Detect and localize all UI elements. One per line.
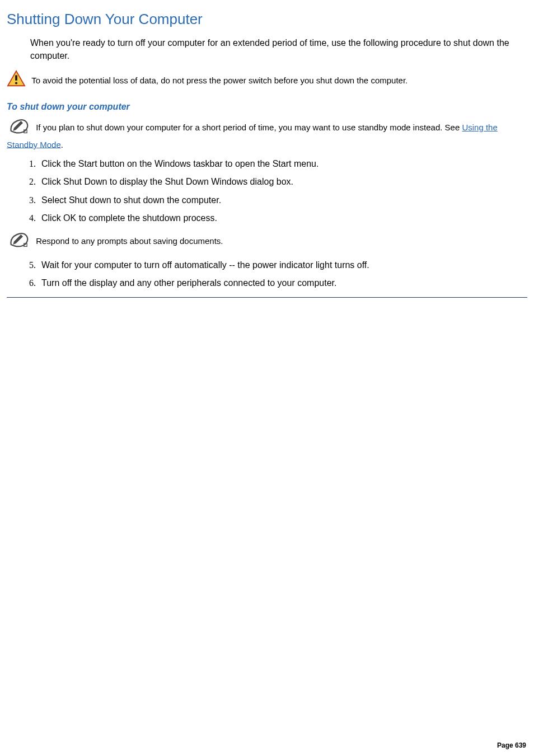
step-item: Click the Start button on the Windows ta… [38, 158, 527, 170]
subheading: To shut down your computer [7, 101, 527, 113]
step-item: Select Shut down to shut down the comput… [38, 194, 527, 206]
step-item: Wait for your computer to turn off autom… [38, 259, 527, 271]
note1-text-part1: If you plan to shut down your computer f… [36, 123, 462, 132]
note-callout-1: If you plan to shut down your computer f… [7, 117, 527, 151]
mid-note-text: Respond to any prompts about saving docu… [36, 236, 223, 246]
warning-callout: To avoid the potential loss of data, do … [7, 70, 527, 91]
svg-rect-1 [15, 76, 17, 81]
steps-list-2: Wait for your computer to turn off autom… [22, 259, 527, 290]
note-callout-2: Respond to any prompts about saving docu… [7, 231, 527, 251]
pencil-note-icon [7, 117, 30, 138]
pencil-note-icon [7, 231, 30, 251]
intro-paragraph: When you're ready to turn off your compu… [30, 37, 527, 62]
steps-list-1: Click the Start button on the Windows ta… [22, 158, 527, 225]
section-divider [7, 297, 527, 298]
note1-text-part2: . [61, 139, 63, 149]
step-item: Click OK to complete the shutdown proces… [38, 212, 527, 224]
step-item: Click Shut Down to display the Shut Down… [38, 176, 527, 188]
warning-icon [7, 70, 26, 91]
warning-text: To avoid the potential loss of data, do … [31, 76, 407, 85]
page-title: Shutting Down Your Computer [7, 9, 527, 29]
step-item: Turn off the display and any other perip… [38, 277, 527, 289]
svg-point-2 [15, 82, 17, 84]
